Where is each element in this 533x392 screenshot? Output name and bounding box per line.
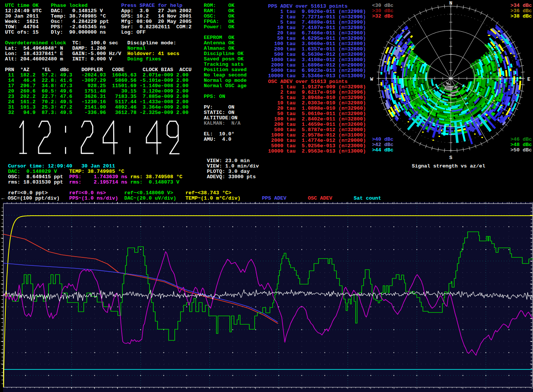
svg-text:W: W (370, 76, 373, 82)
svg-text:N: N (449, 0, 452, 6)
svg-text:S: S (449, 155, 452, 161)
svg-text:E: E (527, 76, 530, 82)
